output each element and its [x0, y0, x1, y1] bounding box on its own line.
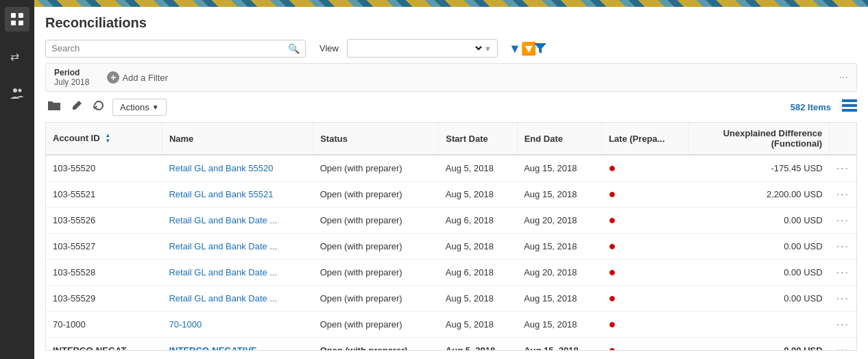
cell-name[interactable]: Retail GL and Bank 55521: [162, 182, 313, 208]
data-table-container: Account ID ▲▼ Name Status Start Date End…: [45, 122, 857, 351]
cell-name[interactable]: 70-1000: [162, 312, 313, 338]
col-header-row-actions: [830, 123, 856, 155]
cell-account_id: 103-55529: [46, 286, 162, 312]
view-select[interactable]: [353, 42, 484, 54]
table-row: 70-100070-1000Open (with preparer)Aug 5,…: [46, 312, 856, 338]
cell-account_id: 103-55527: [46, 234, 162, 260]
row-actions-dots[interactable]: ···: [836, 293, 849, 304]
sidebar-icon-people[interactable]: [5, 81, 29, 106]
row-action-menu[interactable]: ···: [830, 234, 856, 260]
table-row: 103-55529Retail GL and Bank Date ...Open…: [46, 286, 856, 312]
row-actions-dots[interactable]: ···: [836, 267, 849, 278]
late-indicator: ●: [608, 343, 616, 351]
name-link[interactable]: INTERCO-NEGATIVE: [169, 345, 256, 351]
actions-button[interactable]: Actions ▼: [112, 99, 167, 116]
cell-status: Open (with preparer): [313, 312, 439, 338]
col-header-late-prep[interactable]: Late (Prepa...: [601, 123, 688, 155]
name-link[interactable]: Retail GL and Bank Date ...: [169, 215, 277, 225]
add-filter-button[interactable]: + Add a Filter: [103, 70, 171, 85]
edit-button[interactable]: [69, 97, 85, 116]
filter-bar: Period July 2018 + Add a Filter ···: [45, 63, 857, 92]
row-action-menu[interactable]: ···: [830, 182, 856, 208]
cell-name[interactable]: Retail GL and Bank Date ...: [162, 260, 313, 286]
late-indicator: ●: [608, 265, 616, 280]
cell-name[interactable]: Retail GL and Bank Date ...: [162, 208, 313, 234]
cell-late_prep: ●: [601, 260, 688, 286]
cell-status: Open (with preparer): [313, 286, 439, 312]
cell-account_id: 103-55528: [46, 260, 162, 286]
row-action-menu[interactable]: ···: [830, 155, 856, 182]
svg-point-5: [13, 88, 17, 92]
name-link[interactable]: Retail GL and Bank Date ...: [169, 293, 277, 304]
cell-start_date: Aug 5, 2018: [439, 234, 517, 260]
col-header-status[interactable]: Status: [313, 123, 439, 155]
row-actions-dots[interactable]: ···: [836, 345, 849, 351]
cell-late_prep: ●: [601, 182, 688, 208]
late-indicator: ●: [608, 161, 616, 175]
cell-start_date: Aug 5, 2018: [439, 338, 517, 351]
reconciliations-table: Account ID ▲▼ Name Status Start Date End…: [46, 123, 856, 351]
row-action-menu[interactable]: ···: [830, 260, 856, 286]
row-action-menu[interactable]: ···: [830, 286, 856, 312]
col-header-account-id[interactable]: Account ID ▲▼: [46, 123, 162, 155]
table-row: 103-55526Retail GL and Bank Date ...Open…: [46, 208, 856, 234]
view-dropdown-arrow: ▼: [484, 45, 492, 53]
cell-late_prep: ●: [601, 286, 688, 312]
refresh-button[interactable]: [91, 97, 107, 116]
svg-point-6: [19, 89, 22, 92]
cell-account_id: INTERCO-NEGAT...: [46, 338, 162, 351]
view-select-wrapper[interactable]: ▼: [347, 39, 498, 58]
search-input[interactable]: [51, 43, 288, 53]
cell-name[interactable]: Retail GL and Bank Date ...: [162, 286, 313, 312]
main-content: Reconciliations 🔍 View ▼ ▼🔽 Period: [34, 0, 868, 359]
sidebar-icon-transfer[interactable]: ⇄: [5, 44, 29, 69]
row-actions-dots[interactable]: ···: [836, 240, 849, 252]
more-options-button[interactable]: ···: [839, 71, 848, 84]
row-action-menu[interactable]: ···: [830, 312, 856, 338]
filter-funnel-icon[interactable]: [533, 42, 547, 55]
cell-account_id: 70-1000: [46, 312, 162, 338]
row-actions-dots[interactable]: ···: [836, 188, 849, 200]
svg-rect-8: [842, 104, 857, 107]
cell-start_date: Aug 6, 2018: [439, 208, 517, 234]
svg-rect-0: [11, 13, 16, 18]
cell-end_date: Aug 15, 2018: [517, 338, 601, 351]
row-actions-dots[interactable]: ···: [836, 162, 849, 174]
late-indicator: ●: [608, 317, 616, 332]
cell-status: Open (with preparer): [313, 182, 439, 208]
cell-name[interactable]: Retail GL and Bank Date ...: [162, 234, 313, 260]
cell-late_prep: ●: [601, 312, 688, 338]
sidebar-icon-grid[interactable]: [5, 7, 29, 32]
name-link[interactable]: Retail GL and Bank 55520: [169, 163, 273, 173]
name-link[interactable]: Retail GL and Bank 55521: [169, 189, 273, 199]
filter-icon[interactable]: ▼🔽: [509, 41, 536, 56]
row-action-menu[interactable]: ···: [830, 338, 856, 351]
cell-name[interactable]: Retail GL and Bank 55520: [162, 155, 313, 182]
grid-view-button[interactable]: [842, 99, 857, 115]
col-header-name[interactable]: Name: [162, 123, 313, 155]
search-box[interactable]: 🔍: [45, 40, 306, 58]
table-row: 103-55528Retail GL and Bank Date ...Open…: [46, 260, 856, 286]
cell-unexp_diff: 0.00 USD: [689, 208, 830, 234]
name-link[interactable]: Retail GL and Bank Date ...: [169, 241, 277, 251]
col-header-unexp-diff[interactable]: Unexplained Difference(Functional): [689, 123, 830, 155]
page-title: Reconciliations: [45, 15, 857, 31]
row-actions-dots[interactable]: ···: [836, 214, 849, 226]
row-actions-dots[interactable]: ···: [836, 319, 849, 330]
cell-late_prep: ●: [601, 338, 688, 351]
cell-unexp_diff: 0.00 USD: [689, 338, 830, 351]
cell-name[interactable]: INTERCO-NEGATIVE: [162, 338, 313, 351]
col-header-start-date[interactable]: Start Date: [439, 123, 517, 155]
actions-label: Actions: [120, 102, 149, 112]
col-header-end-date[interactable]: End Date: [517, 123, 601, 155]
table-row: 103-55521Retail GL and Bank 55521Open (w…: [46, 182, 856, 208]
cell-unexp_diff: 0.00 USD: [689, 260, 830, 286]
toolbar-row: Actions ▼ 582 Items: [45, 97, 857, 116]
cell-start_date: Aug 5, 2018: [439, 155, 517, 182]
name-link[interactable]: Retail GL and Bank Date ...: [169, 267, 277, 277]
late-indicator: ●: [608, 291, 616, 306]
row-action-menu[interactable]: ···: [830, 208, 856, 234]
folder-button[interactable]: [45, 97, 63, 116]
name-link[interactable]: 70-1000: [169, 319, 202, 330]
late-indicator: ●: [608, 187, 616, 201]
